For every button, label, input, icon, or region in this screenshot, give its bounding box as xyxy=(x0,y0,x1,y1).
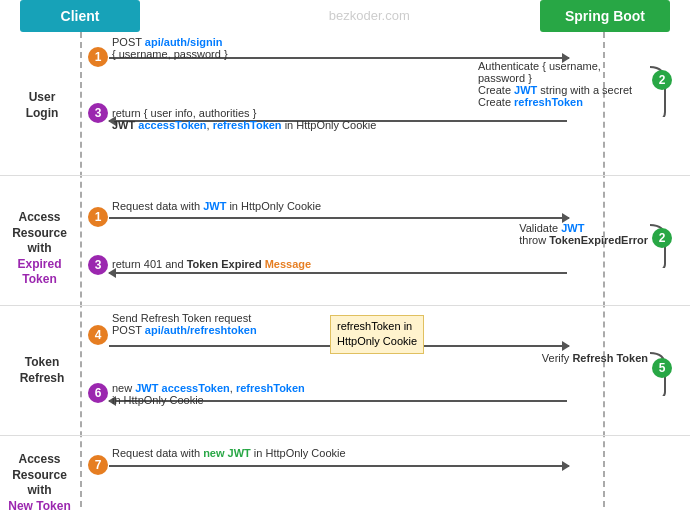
badge-1-login: 1 xyxy=(88,47,108,67)
arrow-7-new xyxy=(109,465,569,467)
badge-5-refresh: 5 xyxy=(652,358,672,378)
section-access-new: AccessResource with New Token xyxy=(2,452,77,510)
section-token-refresh: TokenRefresh xyxy=(2,355,82,386)
arrow-1-expired xyxy=(109,217,569,219)
msg-4-refresh: Send Refresh Token request POST api/auth… xyxy=(112,312,257,336)
header-spring: Spring Boot xyxy=(540,0,670,32)
msg-7-new: Request data with new JWT in HttpOnly Co… xyxy=(112,447,346,459)
badge-4-refresh: 4 xyxy=(88,325,108,345)
badge-3-login: 3 xyxy=(88,103,108,123)
header-client: Client xyxy=(20,0,140,32)
badge-7-new: 7 xyxy=(88,455,108,475)
badge-6-refresh: 6 xyxy=(88,383,108,403)
badge-2-login: 2 xyxy=(652,70,672,90)
msg-6-refresh: new JWT accessToken, refreshToken in Htt… xyxy=(112,382,305,406)
msg-3-expired: return 401 and Token Expired Message xyxy=(112,258,311,270)
watermark: bezkoder.com xyxy=(329,8,410,23)
divider-2 xyxy=(0,305,690,306)
arrow-3-expired xyxy=(109,272,567,274)
badge-2-expired: 2 xyxy=(652,228,672,248)
msg-3-login: return { user info, authorities } JWT ac… xyxy=(112,107,376,131)
msg-1-expired: Request data with JWT in HttpOnly Cookie xyxy=(112,200,321,212)
section-access-expired: AccessResourcewith Expired Token xyxy=(2,210,77,288)
token-box: refreshToken inHttpOnly Cookie xyxy=(330,315,424,354)
badge-1-expired: 1 xyxy=(88,207,108,227)
badge-3-expired: 3 xyxy=(88,255,108,275)
msg-1-login: POST api/auth/signin { username, passwor… xyxy=(112,36,228,60)
diagram-container: bezkoder.com Client Spring Boot UserLogi… xyxy=(0,0,690,510)
msg-2-expired: Validate JWT throw TokenExpiredError xyxy=(519,222,648,246)
msg-2-login: Authenticate { username, password } Crea… xyxy=(478,60,648,108)
section-user-login: UserLogin xyxy=(2,90,82,121)
divider-3 xyxy=(0,435,690,436)
divider-1 xyxy=(0,175,690,176)
